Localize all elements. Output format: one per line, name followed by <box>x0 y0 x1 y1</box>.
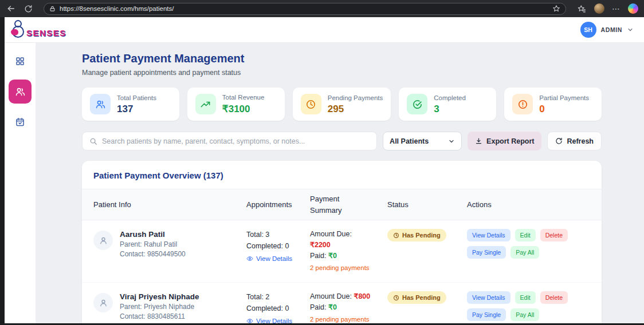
clinic-logo[interactable]: SENSES <box>10 20 66 39</box>
stat-card-completed: Completed 3 <box>399 88 496 121</box>
copilot-icon[interactable] <box>628 3 638 14</box>
stat-label: Partial Payments <box>539 94 589 102</box>
app-topbar: SENSES SH ADMIN <box>5 17 644 43</box>
users-icon <box>90 94 111 114</box>
status-badge: Has Pending <box>387 229 446 241</box>
alert-circle-icon <box>512 94 533 114</box>
url-text[interactable]: https://8sensesclinic.com/hms/patients/ <box>60 5 548 12</box>
stat-value: 137 <box>117 104 156 115</box>
stats-row: Total Patients 137 Total Revenue ₹3100 <box>82 88 602 121</box>
check-circle-icon <box>407 94 427 114</box>
stat-card-total-revenue: Total Revenue ₹3100 <box>187 88 285 121</box>
patient-filter-value: All Patients <box>390 137 429 145</box>
refresh-icon <box>555 137 563 145</box>
stat-card-partial-payments: Partial Payments 0 <box>504 88 602 121</box>
view-details-button[interactable]: View Details <box>467 229 511 241</box>
window-edge <box>0 17 5 323</box>
clock-icon <box>393 295 399 301</box>
export-report-button[interactable]: Export Report <box>468 132 541 150</box>
table-title: Patient Payment Overview (137) <box>82 161 602 189</box>
stat-label: Total Patients <box>117 94 156 102</box>
amount-due-value: ₹2200 <box>310 241 331 249</box>
more-icon[interactable]: ⋯ <box>612 4 621 13</box>
reload-icon[interactable] <box>23 3 33 14</box>
stat-card-pending-payments: Pending Payments 295 <box>293 88 391 121</box>
refresh-button[interactable]: Refresh <box>547 132 602 150</box>
admin-avatar[interactable]: SH <box>580 22 596 38</box>
patient-avatar <box>93 293 113 312</box>
refresh-label: Refresh <box>567 137 594 145</box>
col-status: Status <box>387 200 467 209</box>
clock-icon <box>393 232 399 239</box>
edit-button[interactable]: Edit <box>515 291 536 304</box>
admin-role-label: ADMIN <box>601 26 622 33</box>
stat-value: 3 <box>434 104 466 115</box>
eye-icon <box>246 255 253 262</box>
amount-due-label: Amount Due: <box>310 292 352 300</box>
appointments-completed: Completed: 0 <box>246 303 310 314</box>
browser-chrome: https://8sensesclinic.com/hms/patients/ … <box>0 0 644 17</box>
appointments-total: Total: 3 <box>246 229 310 240</box>
browser-profile-avatar[interactable] <box>594 3 604 14</box>
sidebar-item-appointments[interactable] <box>9 111 31 133</box>
view-details-link[interactable]: View Details <box>246 253 310 264</box>
browser-window: https://8sensesclinic.com/hms/patients/ … <box>0 0 644 325</box>
sidebar <box>5 43 36 323</box>
patient-contact: Contact: 9850449500 <box>120 249 186 259</box>
table-row: Viraj Priyesh Niphade Parent: Priyesh Ni… <box>82 283 602 323</box>
admin-menu[interactable]: SH ADMIN <box>580 22 634 38</box>
grid-icon <box>15 56 25 66</box>
col-patient-info: Patient Info <box>93 200 246 209</box>
amount-due-label: Amount Due: <box>310 230 352 238</box>
pay-single-button[interactable]: Pay Single <box>467 246 506 259</box>
pay-all-button[interactable]: Pay All <box>511 308 539 321</box>
delete-button[interactable]: Delete <box>540 229 568 241</box>
paid-value: ₹0 <box>328 303 337 311</box>
patient-parent: Parent: Priyesh Niphade <box>120 302 199 312</box>
chevron-down-icon <box>448 138 455 145</box>
paid-label: Paid: <box>310 303 327 311</box>
search-icon <box>89 137 97 145</box>
paid-label: Paid: <box>310 252 327 260</box>
bookmark-star-icon[interactable] <box>552 5 560 13</box>
patient-name: Aarush Patil <box>120 229 186 240</box>
table-row: Aarush Patil Parent: Rahul Patil Contact… <box>82 220 602 283</box>
col-actions: Actions <box>467 200 590 209</box>
stat-value: 0 <box>539 104 589 115</box>
logo-wordmark: SENSES <box>26 28 66 39</box>
favorites-icon[interactable] <box>576 3 587 14</box>
pending-note: 2 pending payments <box>310 314 387 323</box>
users-icon <box>15 86 26 97</box>
logo-8-figure <box>10 20 25 39</box>
pay-single-button[interactable]: Pay Single <box>467 308 506 321</box>
view-details-button[interactable]: View Details <box>467 291 511 304</box>
stat-label: Completed <box>434 94 466 102</box>
address-bar[interactable]: https://8sensesclinic.com/hms/patients/ <box>44 3 566 15</box>
appointments-total: Total: 2 <box>246 291 310 303</box>
status-badge: Has Pending <box>387 291 446 304</box>
stat-card-total-patients: Total Patients 137 <box>82 88 179 121</box>
pay-all-button[interactable]: Pay All <box>511 246 539 259</box>
view-details-link[interactable]: View Details <box>246 315 310 323</box>
table-header-row: Patient Info Appointments Payment Summar… <box>82 189 602 220</box>
page-subtitle: Manage patient appointments and payment … <box>82 68 602 78</box>
appointments-completed: Completed: 0 <box>246 240 310 252</box>
back-icon[interactable] <box>6 3 16 14</box>
stat-value: 295 <box>328 104 383 115</box>
patient-filter-select[interactable]: All Patients <box>383 132 462 150</box>
sidebar-item-patients[interactable] <box>9 80 32 104</box>
pending-note: 2 pending payments <box>310 263 387 274</box>
stat-label: Pending Payments <box>328 94 383 102</box>
edit-button[interactable]: Edit <box>515 229 536 241</box>
chevron-down-icon[interactable] <box>627 26 634 33</box>
delete-button[interactable]: Delete <box>540 291 568 304</box>
calendar-check-icon <box>15 117 25 127</box>
sidebar-item-dashboard[interactable] <box>9 50 31 72</box>
patient-name: Viraj Priyesh Niphade <box>120 291 199 302</box>
paid-value: ₹0 <box>328 252 337 260</box>
download-icon <box>475 137 482 145</box>
patient-avatar <box>93 231 113 250</box>
col-appointments: Appointments <box>246 200 310 209</box>
main-content: Patient Payment Management Manage patien… <box>36 43 644 323</box>
search-input[interactable] <box>102 137 370 145</box>
